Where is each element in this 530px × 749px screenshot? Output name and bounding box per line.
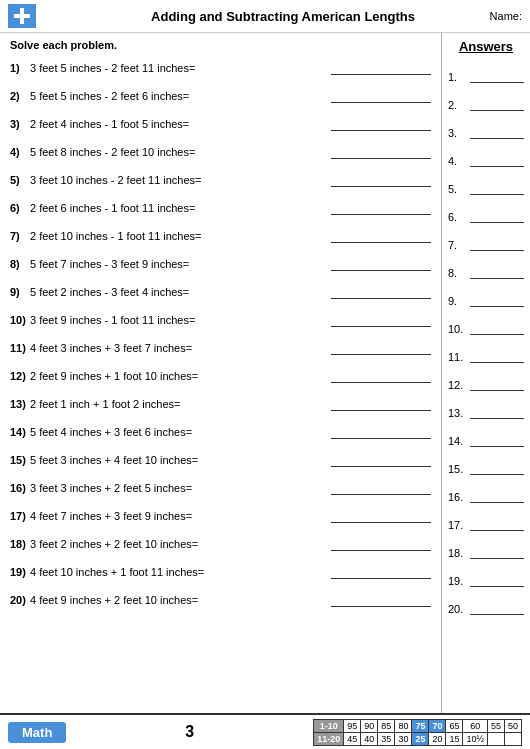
answer-line[interactable] — [331, 481, 431, 495]
answer-line[interactable] — [331, 593, 431, 607]
answer-blank[interactable] — [470, 125, 524, 139]
answer-number: 17. — [448, 519, 470, 531]
answer-blank[interactable] — [470, 209, 524, 223]
problem-text: 3 feet 3 inches + 2 feet 5 inches= — [30, 482, 327, 494]
header: Adding and Subtracting American Lengths … — [0, 0, 530, 33]
answer-number: 3. — [448, 127, 470, 139]
problem-row: 17)4 feet 7 inches + 3 feet 9 inches= — [10, 503, 431, 529]
problem-text: 3 feet 10 inches - 2 feet 11 inches= — [30, 174, 327, 186]
problem-number: 3) — [10, 118, 30, 130]
problem-row: 11)4 feet 3 inches + 3 feet 7 inches= — [10, 335, 431, 361]
answer-line[interactable] — [331, 425, 431, 439]
answer-number: 18. — [448, 547, 470, 559]
problem-number: 14) — [10, 426, 30, 438]
answer-row: 17. — [448, 506, 524, 531]
answer-row: 7. — [448, 226, 524, 251]
score-range-1: 1-10 — [314, 719, 344, 732]
answer-number: 15. — [448, 463, 470, 475]
answer-line[interactable] — [331, 89, 431, 103]
answer-blank[interactable] — [470, 69, 524, 83]
answer-blank[interactable] — [470, 265, 524, 279]
answer-line[interactable] — [331, 397, 431, 411]
answer-line[interactable] — [331, 509, 431, 523]
answer-row: 13. — [448, 394, 524, 419]
problem-number: 11) — [10, 342, 30, 354]
problem-row: 4)5 feet 8 inches - 2 feet 10 inches= — [10, 139, 431, 165]
answer-blank[interactable] — [470, 237, 524, 251]
problem-text: 5 feet 4 inches + 3 feet 6 inches= — [30, 426, 327, 438]
answer-line[interactable] — [331, 173, 431, 187]
answer-blank[interactable] — [470, 97, 524, 111]
answer-number: 6. — [448, 211, 470, 223]
answer-number: 7. — [448, 239, 470, 251]
problem-row: 12)2 feet 9 inches + 1 foot 10 inches= — [10, 363, 431, 389]
score-range-2: 11-20 — [314, 732, 344, 745]
problem-number: 20) — [10, 594, 30, 606]
answer-line[interactable] — [331, 341, 431, 355]
answer-blank[interactable] — [470, 349, 524, 363]
score-table: 1-10 95 90 85 80 75 70 65 60 55 50 11-20… — [313, 719, 522, 746]
problem-text: 3 feet 9 inches - 1 foot 11 inches= — [30, 314, 327, 326]
problem-number: 8) — [10, 258, 30, 270]
answer-line[interactable] — [331, 61, 431, 75]
answers-section: Answers 1.2.3.4.5.6.7.8.9.10.11.12.13.14… — [442, 33, 530, 713]
answer-line[interactable] — [331, 313, 431, 327]
answer-line[interactable] — [331, 145, 431, 159]
answer-blank[interactable] — [470, 545, 524, 559]
answer-blank[interactable] — [470, 433, 524, 447]
answer-line[interactable] — [331, 201, 431, 215]
problem-row: 7)2 feet 10 inches - 1 foot 11 inches= — [10, 223, 431, 249]
answer-line[interactable] — [331, 369, 431, 383]
answer-blank[interactable] — [470, 153, 524, 167]
answer-number: 12. — [448, 379, 470, 391]
problem-text: 5 feet 7 inches - 3 feet 9 inches= — [30, 258, 327, 270]
problem-number: 13) — [10, 398, 30, 410]
answer-number: 11. — [448, 351, 470, 363]
page-title: Adding and Subtracting American Lengths — [44, 9, 522, 24]
answer-row: 16. — [448, 478, 524, 503]
answer-blank[interactable] — [470, 489, 524, 503]
answer-line[interactable] — [331, 565, 431, 579]
answer-blank[interactable] — [470, 461, 524, 475]
problem-number: 7) — [10, 230, 30, 242]
answer-line[interactable] — [331, 229, 431, 243]
answer-line[interactable] — [331, 257, 431, 271]
answer-row: 11. — [448, 338, 524, 363]
answer-blank[interactable] — [470, 377, 524, 391]
answer-blank[interactable] — [470, 321, 524, 335]
answer-blank[interactable] — [470, 601, 524, 615]
answer-blank[interactable] — [470, 293, 524, 307]
answer-line[interactable] — [331, 453, 431, 467]
problem-text: 5 feet 3 inches + 4 feet 10 inches= — [30, 454, 327, 466]
problem-number: 15) — [10, 454, 30, 466]
answer-line[interactable] — [331, 537, 431, 551]
answer-number: 16. — [448, 491, 470, 503]
problem-row: 3)2 feet 4 inches - 1 foot 5 inches= — [10, 111, 431, 137]
problem-row: 15)5 feet 3 inches + 4 feet 10 inches= — [10, 447, 431, 473]
answer-row: 9. — [448, 282, 524, 307]
answer-row: 4. — [448, 142, 524, 167]
answer-blank[interactable] — [470, 405, 524, 419]
answer-blank[interactable] — [470, 517, 524, 531]
answer-number: 20. — [448, 603, 470, 615]
answer-line[interactable] — [331, 285, 431, 299]
answer-row: 12. — [448, 366, 524, 391]
problems-section: Solve each problem. 1)3 feet 5 inches - … — [0, 33, 442, 713]
answer-row: 20. — [448, 590, 524, 615]
problem-number: 4) — [10, 146, 30, 158]
answer-number: 4. — [448, 155, 470, 167]
problem-text: 3 feet 2 inches + 2 feet 10 inches= — [30, 538, 327, 550]
page: Adding and Subtracting American Lengths … — [0, 0, 530, 749]
problem-number: 16) — [10, 482, 30, 494]
problem-text: 5 feet 2 inches - 3 feet 4 inches= — [30, 286, 327, 298]
answer-blank[interactable] — [470, 573, 524, 587]
answers-title: Answers — [448, 39, 524, 54]
answer-number: 2. — [448, 99, 470, 111]
problem-text: 2 feet 10 inches - 1 foot 11 inches= — [30, 230, 327, 242]
logo — [8, 4, 36, 28]
footer: Math 3 1-10 95 90 85 80 75 70 65 60 55 5… — [0, 713, 530, 749]
answer-line[interactable] — [331, 117, 431, 131]
answer-number: 10. — [448, 323, 470, 335]
answer-blank[interactable] — [470, 181, 524, 195]
answer-row: 5. — [448, 170, 524, 195]
